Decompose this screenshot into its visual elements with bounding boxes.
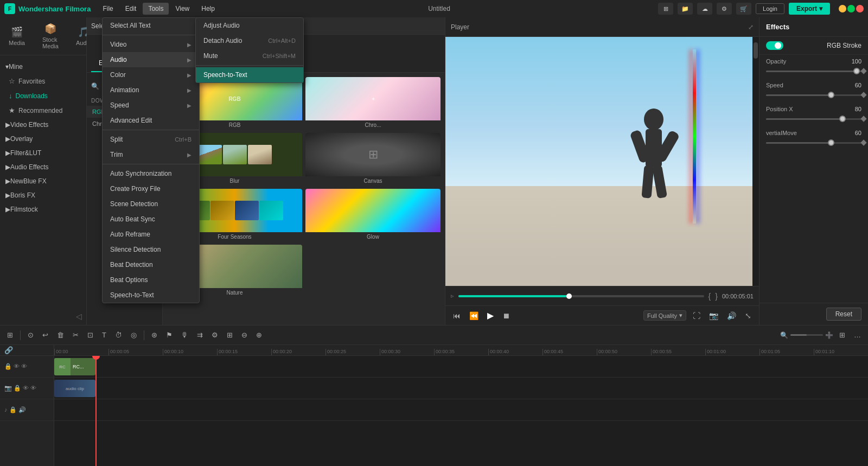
tl-btn-mic[interactable]: 🎙 — [178, 329, 191, 341]
menu-view[interactable]: View — [170, 3, 195, 15]
btn-volume[interactable]: 🔊 — [725, 310, 738, 321]
list-item-rgb[interactable]: RGB — [87, 106, 162, 118]
tl-track1-eye2[interactable]: 👁 — [21, 363, 27, 370]
media-item-rgb[interactable]: RGB RGB — [167, 77, 302, 130]
tl-track2-eye[interactable]: 👁 — [23, 385, 29, 392]
media-item-extra2[interactable]: Nature — [167, 245, 302, 297]
vertical-move-slider[interactable] — [766, 138, 861, 147]
timeline-playhead[interactable] — [95, 356, 97, 466]
player-expand-icon[interactable]: ⤢ — [748, 23, 754, 31]
tl-btn-minus[interactable]: ⊖ — [239, 329, 250, 341]
icon-btn-4[interactable]: ⚙ — [717, 3, 732, 15]
btn-skip-back[interactable]: ⏮ — [451, 310, 463, 321]
tl-btn-text[interactable]: T — [99, 329, 109, 341]
tl-track1-eye[interactable]: 👁 — [14, 363, 20, 370]
tl-btn-grid[interactable]: ⊞ — [4, 329, 16, 341]
sidebar-item-boris[interactable]: ▶ Boris FX — [0, 188, 86, 202]
tl-track3-vol[interactable]: 🔊 — [18, 406, 26, 413]
zoom-track[interactable] — [790, 334, 823, 336]
player-progress[interactable] — [458, 295, 704, 297]
vertical-move-thumb[interactable] — [828, 139, 834, 146]
sidebar-item-overlay[interactable]: ▶ Overlay — [0, 132, 86, 146]
speed-thumb[interactable] — [828, 92, 834, 98]
zoom-out-icon[interactable]: 🔍 — [780, 331, 788, 339]
export-button[interactable]: Export ▾ — [789, 3, 830, 15]
tab-stock[interactable]: 📦 Stock Media — [38, 20, 63, 53]
tab-effects[interactable]: Effects — [91, 55, 126, 72]
close-button[interactable] — [856, 5, 864, 12]
track-clip-1[interactable]: RC RC... — [54, 358, 95, 375]
search-input[interactable] — [103, 80, 163, 92]
sidebar-item-audio-effects[interactable]: ▶ Audio Effects — [0, 160, 86, 174]
tab-media[interactable]: 🎬 Media — [4, 23, 29, 49]
btn-fullscreen[interactable]: ⛶ — [691, 310, 703, 321]
tab-markers[interactable]: Markers — [126, 55, 164, 72]
menu-help[interactable]: Help — [196, 3, 220, 15]
maximize-button[interactable] — [847, 5, 855, 12]
tl-btn-flag[interactable]: ⚑ — [163, 329, 175, 341]
opacity-slider[interactable] — [766, 67, 861, 75]
tl-track1-lock[interactable]: 🔒 — [4, 363, 12, 370]
login-button[interactable]: Login — [756, 3, 784, 14]
minimize-button[interactable] — [839, 5, 846, 12]
btn-screenshot[interactable]: 📷 — [707, 310, 720, 321]
media-item-seasons[interactable]: Four Seasons — [167, 189, 302, 241]
menu-file[interactable]: File — [97, 3, 118, 15]
sidebar-item-video-effects[interactable]: ▶ Video Effects — [0, 118, 86, 132]
sidebar-item-downloads[interactable]: ↓ Downloads — [0, 88, 86, 103]
tl-track2-cam[interactable]: 📷 — [4, 385, 12, 392]
player-bracket-out[interactable]: } — [715, 292, 718, 301]
tl-btn-more[interactable]: ⊞ — [837, 329, 848, 341]
speed-slider[interactable] — [766, 91, 861, 99]
media-item-canvas[interactable]: ⊞ Canvas — [305, 133, 441, 186]
list-item-chroma[interactable]: Chro... — [87, 118, 162, 130]
sidebar-collapse-btn[interactable]: ◁ — [0, 308, 86, 325]
tab-templates[interactable]: Templates — [165, 55, 210, 72]
tl-btn-magnet[interactable]: ⊙ — [25, 329, 36, 341]
tl-btn-crop[interactable]: ⊡ — [85, 329, 96, 341]
media-item-chroma[interactable]: ✦ Chro... — [305, 77, 441, 130]
sidebar-item-filmstock[interactable]: ▶ Filmstock — [0, 202, 86, 216]
tl-track3-lock[interactable]: 🔒 — [9, 406, 17, 413]
tl-btn-split2[interactable]: ⊕ — [253, 329, 265, 341]
menu-tools[interactable]: Tools — [143, 3, 169, 15]
btn-more[interactable]: ⤡ — [743, 310, 754, 321]
tl-btn-circle[interactable]: ◎ — [128, 329, 139, 341]
track-clip-2[interactable]: audio clip — [54, 380, 95, 397]
tl-btn-extra[interactable]: … — [851, 329, 864, 341]
player-scrollbar[interactable] — [752, 37, 759, 286]
sidebar-item-favorites[interactable]: ☆ Favorites — [0, 74, 86, 88]
sidebar-item-newblue[interactable]: ▶ NewBlue FX — [0, 174, 86, 188]
tl-btn-gear[interactable]: ⚙ — [209, 329, 221, 341]
sidebar-item-recommended[interactable]: ★ Recommended — [0, 103, 86, 118]
quality-selector[interactable]: Full Quality ▾ — [643, 310, 686, 321]
sidebar-item-filter-lut[interactable]: ▶ Filter&LUT — [0, 146, 86, 160]
btn-play[interactable]: ▶ — [485, 309, 496, 322]
position-x-thumb[interactable] — [839, 116, 846, 122]
icon-btn-3[interactable]: ☁ — [697, 3, 712, 15]
tl-btn-multi[interactable]: ⊞ — [224, 329, 235, 341]
tl-btn-timer[interactable]: ⏱ — [112, 329, 125, 341]
tl-link-icon[interactable]: 🔗 — [4, 346, 13, 354]
btn-step-back[interactable]: ⏪ — [467, 310, 481, 321]
tl-track2-lock[interactable]: 🔒 — [14, 385, 21, 392]
tl-btn-circle2[interactable]: ⊛ — [149, 329, 160, 341]
icon-btn-1[interactable]: ⊞ — [658, 3, 673, 15]
icon-btn-5[interactable]: 🛒 — [736, 3, 751, 15]
tl-track3-music[interactable]: ♪ — [4, 406, 8, 413]
menu-edit[interactable]: Edit — [120, 3, 142, 15]
position-x-slider[interactable] — [766, 114, 861, 123]
rgb-stroke-toggle[interactable] — [766, 41, 783, 50]
tl-btn-undo[interactable]: ↩ — [40, 329, 51, 341]
reset-button[interactable]: Reset — [826, 308, 861, 321]
media-item-blur[interactable]: Blur — [167, 133, 302, 186]
tl-btn-delete[interactable]: 🗑 — [54, 329, 67, 341]
sidebar-item-mine[interactable]: ▾ Mine — [0, 60, 86, 74]
btn-stop[interactable]: ⏹ — [500, 310, 512, 321]
tl-track2-eye2[interactable]: 👁 — [30, 385, 36, 392]
opacity-thumb[interactable] — [853, 68, 860, 74]
player-bracket-in[interactable]: { — [709, 292, 711, 301]
icon-btn-2[interactable]: 📁 — [678, 3, 693, 15]
tl-btn-arrow[interactable]: ⇉ — [194, 329, 206, 341]
media-item-extra1[interactable]: Glow — [305, 189, 441, 241]
